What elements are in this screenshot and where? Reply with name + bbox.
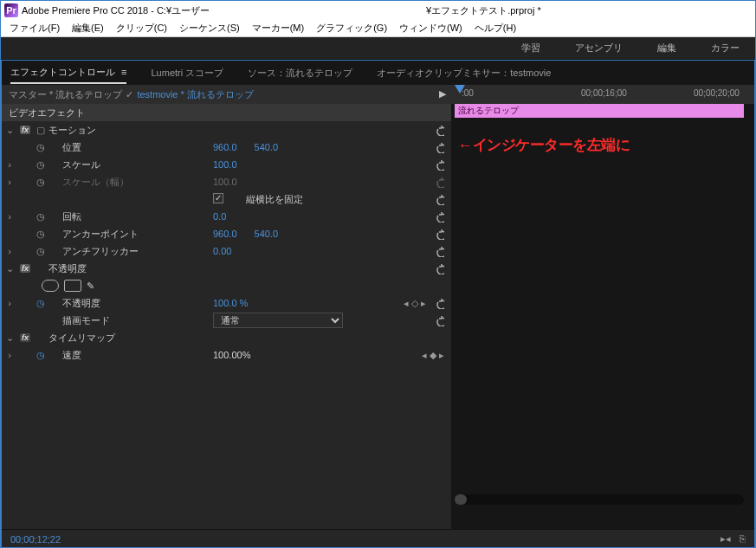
window-title-a: Adobe Premiere Pro CC 2018 - C:¥ユーザー xyxy=(22,4,210,17)
reset-icon[interactable] xyxy=(433,229,444,240)
menu-help[interactable]: ヘルプ(H) xyxy=(469,20,521,36)
window-titlebar: Pr Adobe Premiere Pro CC 2018 - C:¥ユーザー … xyxy=(1,1,755,20)
scrollbar-thumb[interactable] xyxy=(455,494,467,505)
reset-icon[interactable] xyxy=(433,211,444,222)
menu-graphic[interactable]: グラフィック(G) xyxy=(311,20,392,36)
twirl-icon[interactable]: › xyxy=(2,159,17,170)
effect-motion[interactable]: ⌄ fx ▢ モーション xyxy=(2,121,451,139)
prop-uniform-scale: 縦横比を固定 xyxy=(2,190,451,208)
stopwatch-icon[interactable]: ◷ xyxy=(33,229,48,240)
reset-icon[interactable] xyxy=(433,298,444,309)
video-effects-header: ビデオエフェクト xyxy=(2,104,451,121)
reset-icon[interactable] xyxy=(433,125,444,136)
mask-rectangle-icon[interactable] xyxy=(64,280,81,292)
workspace-bar: 学習 アセンブリ 編集 カラー xyxy=(1,37,755,60)
twirl-icon[interactable]: ⌄ xyxy=(2,125,17,136)
antiflicker-value[interactable]: 0.00 xyxy=(213,246,231,256)
menu-clip[interactable]: クリップ(C) xyxy=(111,20,172,36)
mask-pen-icon[interactable]: ✎ xyxy=(87,280,94,292)
twirl-icon[interactable]: ⌄ xyxy=(2,263,17,274)
stopwatch-icon[interactable]: ◷ xyxy=(33,246,48,257)
prop-blend-mode: 描画モード 通常 xyxy=(2,312,451,329)
reset-icon[interactable] xyxy=(433,159,444,171)
menubar: ファイル(F) 編集(E) クリップ(C) シーケンス(S) マーカー(M) グ… xyxy=(1,20,755,37)
export-icon[interactable]: ⎘ xyxy=(740,533,746,545)
workspace-color[interactable]: カラー xyxy=(708,38,743,58)
timecode-label: 00;00;16;00 xyxy=(581,88,627,98)
timecode-label: :00 xyxy=(462,88,474,98)
fx-badge-icon[interactable]: fx xyxy=(20,333,30,342)
stopwatch-icon[interactable]: ◷ xyxy=(33,298,48,309)
time-ruler[interactable]: :00 00;00;16;00 00;00;20;00 xyxy=(451,85,754,104)
mask-tools: ✎ xyxy=(2,277,451,294)
mask-ellipse-icon[interactable] xyxy=(42,280,59,292)
twirl-icon[interactable]: ⌄ xyxy=(2,332,17,344)
fx-badge-icon[interactable]: fx xyxy=(20,126,30,134)
scale-value[interactable]: 100.0 xyxy=(213,159,237,170)
prop-opacity: › ◷ 不透明度 100.0 % ◂ ◇ ▸ xyxy=(2,294,451,312)
effect-opacity[interactable]: ⌄ fx 不透明度 xyxy=(2,260,451,277)
fx-badge-icon[interactable]: fx xyxy=(20,264,30,273)
reset-icon[interactable] xyxy=(433,315,444,326)
menu-edit[interactable]: 編集(E) xyxy=(67,20,109,36)
anchor-y-value[interactable]: 540.0 xyxy=(255,229,279,239)
panel-menu-icon[interactable]: ≡ xyxy=(121,67,126,77)
tab-audio-clip-mixer[interactable]: オーディオクリップミキサー：testmovie xyxy=(377,63,551,83)
reset-icon xyxy=(433,177,444,188)
prop-scale-width: › ◷ スケール（幅） 100.0 xyxy=(2,173,451,190)
property-list: マスター * 流れるテロップ ✓ testmovie * 流れるテロップ ▶ ビ… xyxy=(2,85,451,529)
stopwatch-icon[interactable]: ◷ xyxy=(33,159,48,171)
horizontal-scrollbar[interactable] xyxy=(455,494,744,505)
keyframe-nav[interactable]: ◂ ◇ ▸ xyxy=(404,298,444,309)
stopwatch-icon[interactable]: ◷ xyxy=(33,142,48,153)
reset-icon[interactable] xyxy=(433,142,444,153)
stopwatch-icon[interactable]: ◷ xyxy=(33,211,48,222)
clip-instance-link[interactable]: testmovie * 流れるテロップ xyxy=(137,88,253,101)
prop-antiflicker: › ◷ アンチフリッカー 0.00 xyxy=(2,242,451,260)
blend-mode-select[interactable]: 通常 xyxy=(213,313,343,328)
workspace-edit[interactable]: 編集 xyxy=(654,38,680,58)
play-icon[interactable]: ▶ xyxy=(439,88,446,100)
workspace-assembly[interactable]: アセンブリ xyxy=(572,38,626,58)
anchor-x-value[interactable]: 960.0 xyxy=(213,229,237,239)
clip-bar[interactable]: 流れるテロップ xyxy=(455,104,744,118)
window-title-b: ¥エフェクトテスト.prproj * xyxy=(426,4,541,17)
zoom-scroll-icon[interactable]: ▸◂ xyxy=(720,533,731,545)
twirl-icon[interactable]: › xyxy=(2,211,17,222)
workspace-learn[interactable]: 学習 xyxy=(518,38,544,58)
effect-timeline[interactable]: :00 00;00;16;00 00;00;20;00 流れるテロップ ←インジ… xyxy=(451,85,754,529)
stopwatch-icon: ◷ xyxy=(33,177,48,188)
twirl-icon[interactable]: › xyxy=(2,350,17,360)
menu-marker[interactable]: マーカー(M) xyxy=(247,20,310,36)
rotation-value[interactable]: 0.0 xyxy=(213,211,226,222)
prop-anchor-point: ◷ アンカーポイント 960.0540.0 xyxy=(2,225,451,242)
keyframe-nav[interactable]: ◂ ◆ ▸ xyxy=(422,350,444,361)
reset-icon[interactable] xyxy=(433,194,444,205)
tab-lumetri-scopes[interactable]: Lumetri スコープ xyxy=(151,63,223,83)
twirl-icon[interactable]: › xyxy=(2,298,17,308)
menu-window[interactable]: ウィンドウ(W) xyxy=(394,20,468,36)
prop-position: ◷ 位置 960.0540.0 xyxy=(2,139,451,156)
menu-file[interactable]: ファイル(F) xyxy=(4,20,65,36)
reset-icon[interactable] xyxy=(433,263,444,274)
speed-value[interactable]: 100.00% xyxy=(213,350,250,360)
prop-scale: › ◷ スケール 100.0 xyxy=(2,156,451,173)
prop-speed: › ◷ 速度 100.00% ◂ ◆ ▸ xyxy=(2,346,451,364)
opacity-value[interactable]: 100.0 % xyxy=(213,298,248,308)
reset-icon[interactable] xyxy=(433,246,444,257)
panel-footer: 00;00;12;22 ▸◂ ⎘ xyxy=(2,529,754,548)
current-timecode[interactable]: 00;00;12;22 xyxy=(10,534,61,545)
scale-width-value: 100.0 xyxy=(213,177,237,187)
panel-tabs: エフェクトコントロール ≡ Lumetri スコープ ソース：流れるテロップ オ… xyxy=(2,61,754,85)
uniform-scale-checkbox[interactable] xyxy=(213,193,223,203)
tab-source[interactable]: ソース：流れるテロップ xyxy=(248,63,352,83)
twirl-icon[interactable]: › xyxy=(2,246,17,256)
menu-sequence[interactable]: シーケンス(S) xyxy=(174,20,245,36)
app-icon: Pr xyxy=(4,3,18,17)
timecode-label: 00;00;20;00 xyxy=(694,88,740,98)
position-x-value[interactable]: 960.0 xyxy=(213,142,237,152)
position-y-value[interactable]: 540.0 xyxy=(255,142,279,152)
effect-time-remap[interactable]: ⌄ fx タイムリマップ xyxy=(2,329,451,346)
tab-effect-controls[interactable]: エフェクトコントロール ≡ xyxy=(10,62,126,84)
stopwatch-icon[interactable]: ◷ xyxy=(33,350,48,361)
